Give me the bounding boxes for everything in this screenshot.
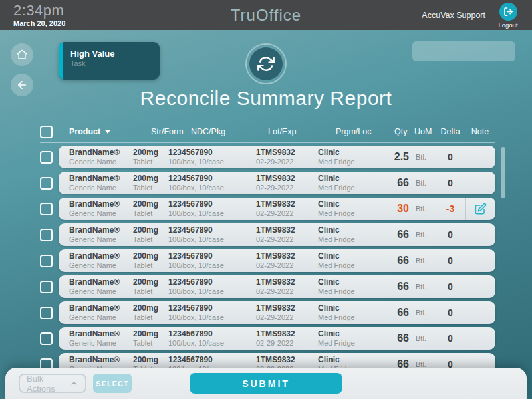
program: Clinic: [318, 200, 372, 209]
qty-value: 66: [372, 332, 409, 344]
logout-label: Logout: [493, 21, 523, 29]
uom-value: Btl.: [409, 257, 436, 265]
prgm-loc-cell: Clinic Med Fridge: [318, 251, 372, 271]
row-checkbox[interactable]: [40, 203, 53, 215]
uom-value: Btl.: [409, 179, 436, 187]
row-checkbox[interactable]: [40, 332, 53, 345]
app-window: 2:34pm March 20, 2020 TruOffice AccuVax …: [0, 0, 532, 399]
support-link[interactable]: AccuVax Support: [422, 11, 485, 20]
task-title: High Value: [70, 49, 160, 59]
row-card: BrandName® Generic Name 200mg Tablet 123…: [59, 249, 495, 272]
row-card: BrandName® Generic Name 200mg Tablet 123…: [59, 301, 495, 324]
str-form-cell: 200mg Tablet: [133, 200, 168, 219]
location: Med Fridge: [318, 209, 372, 219]
row-checkbox[interactable]: [40, 307, 53, 319]
home-button[interactable]: [11, 43, 33, 66]
brand-name: BrandName®: [69, 329, 133, 339]
prgm-loc-cell: Clinic Med Fridge: [318, 174, 372, 193]
column-header-uom: UoM: [409, 127, 436, 136]
product-cell: BrandName® Generic Name: [69, 225, 133, 245]
generic-name: Generic Name: [69, 235, 133, 245]
product-cell: BrandName® Generic Name: [69, 303, 133, 323]
pkg: 100/box, 10/case: [168, 287, 256, 297]
location: Med Fridge: [318, 158, 372, 167]
ndc-pkg-cell: 1234567890 100/box, 10/case: [168, 174, 256, 193]
program: Clinic: [318, 329, 372, 339]
ndc-pkg-cell: 1234567890 100/box, 10/case: [168, 148, 256, 167]
str-form-cell: 200mg Tablet: [133, 303, 168, 323]
row-card: BrandName® Generic Name 200mg Tablet 123…: [59, 172, 495, 194]
refresh-button[interactable]: [245, 43, 287, 84]
row-checkbox[interactable]: [40, 281, 53, 293]
pkg: 100/box, 10/case: [168, 235, 256, 245]
ndc-pkg-cell: 1234567890 100/box, 10/case: [168, 329, 256, 348]
row-checkbox[interactable]: [40, 255, 53, 267]
lot: 1TMS9832: [256, 329, 318, 339]
strength: 200mg: [133, 329, 168, 339]
pkg: 100/box, 10/case: [168, 184, 256, 193]
lot: 1TMS9832: [256, 225, 318, 235]
form: Tablet: [133, 339, 168, 348]
lot: 1TMS9832: [256, 355, 318, 365]
pkg: 100/box, 10/case: [168, 313, 256, 323]
strength: 200mg: [133, 200, 168, 209]
generic-name: Generic Name: [69, 184, 133, 193]
uom-value: Btl.: [409, 309, 436, 317]
row-card: BrandName® Generic Name 200mg Tablet 123…: [59, 223, 495, 246]
qty-value: 66: [372, 307, 409, 319]
refresh-icon: [249, 47, 283, 80]
column-header-lot-exp: Lot/Exp: [256, 127, 318, 136]
note-cell: [465, 146, 495, 168]
select-button[interactable]: SELECT: [93, 374, 132, 393]
lot: 1TMS9832: [256, 148, 318, 158]
note-edit-button[interactable]: [474, 203, 487, 215]
form: Tablet: [133, 235, 168, 245]
lot: 1TMS9832: [256, 251, 318, 261]
home-icon: [16, 49, 28, 61]
delta-value: 0: [436, 333, 465, 344]
column-header-note: Note: [465, 127, 495, 136]
ndc: 1234567890: [168, 174, 256, 184]
strength: 200mg: [133, 225, 168, 235]
location: Med Fridge: [318, 261, 372, 271]
column-header-product[interactable]: Product: [69, 127, 133, 136]
note-cell: [465, 249, 495, 272]
row-checkbox[interactable]: [40, 151, 53, 164]
exp: 02-29-2022: [256, 235, 318, 245]
scrollbar-thumb[interactable]: [501, 147, 505, 198]
uom-value: Btl.: [409, 205, 436, 213]
lot: 1TMS9832: [256, 303, 318, 313]
program: Clinic: [318, 225, 372, 235]
task-subtitle: Task: [70, 59, 160, 67]
row-card: BrandName® Generic Name 200mg Tablet 123…: [59, 198, 495, 220]
note-cell: [465, 327, 495, 350]
table-row: BrandName® Generic Name 200mg Tablet 123…: [40, 301, 495, 324]
brand-name: BrandName®: [69, 355, 133, 365]
uom-value: Btl.: [409, 334, 436, 342]
select-all-checkbox[interactable]: [40, 126, 53, 138]
search-input[interactable]: [412, 41, 532, 61]
ndc-pkg-cell: 1234567890 100/box, 10/case: [168, 251, 256, 271]
bulk-actions-dropdown[interactable]: Bulk Actions: [19, 374, 86, 393]
table-row: BrandName® Generic Name 200mg Tablet 123…: [40, 223, 495, 246]
strength: 200mg: [133, 148, 168, 158]
pkg: 100/box, 10/case: [168, 209, 256, 219]
table-row: BrandName® Generic Name 200mg Tablet 123…: [40, 327, 495, 350]
product-cell: BrandName® Generic Name: [69, 174, 133, 193]
header-divider: [40, 142, 495, 143]
uom-value: Btl.: [409, 283, 436, 291]
qty-value: 66: [372, 177, 409, 189]
program: Clinic: [318, 174, 372, 184]
product-cell: BrandName® Generic Name: [69, 251, 133, 271]
ndc: 1234567890: [168, 148, 256, 158]
logout-button[interactable]: Logout: [493, 3, 523, 29]
brand-name: BrandName®: [69, 251, 133, 261]
column-header-qty: Qty.: [372, 127, 409, 136]
row-checkbox[interactable]: [40, 229, 53, 241]
exp: 02-29-2022: [256, 287, 318, 297]
submit-button[interactable]: SUBMIT: [190, 373, 342, 394]
row-checkbox[interactable]: [40, 177, 53, 190]
location: Med Fridge: [318, 313, 372, 323]
product-cell: BrandName® Generic Name: [69, 148, 133, 167]
brand-name: BrandName®: [69, 225, 133, 235]
